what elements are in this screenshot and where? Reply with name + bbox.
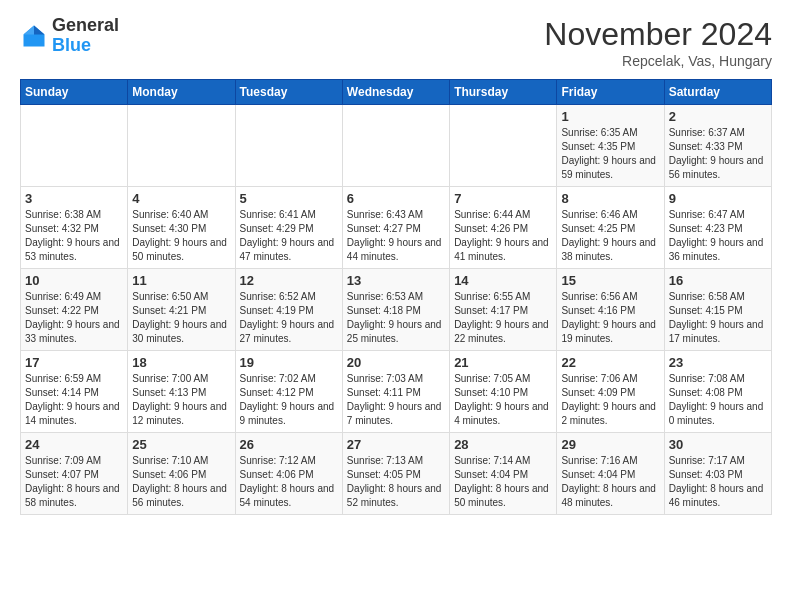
day-number: 23	[669, 355, 767, 370]
day-cell: 12Sunrise: 6:52 AM Sunset: 4:19 PM Dayli…	[235, 269, 342, 351]
day-info: Sunrise: 7:08 AM Sunset: 4:08 PM Dayligh…	[669, 372, 767, 428]
day-number: 2	[669, 109, 767, 124]
day-cell: 29Sunrise: 7:16 AM Sunset: 4:04 PM Dayli…	[557, 433, 664, 515]
day-cell: 6Sunrise: 6:43 AM Sunset: 4:27 PM Daylig…	[342, 187, 449, 269]
week-row-3: 10Sunrise: 6:49 AM Sunset: 4:22 PM Dayli…	[21, 269, 772, 351]
week-row-1: 1Sunrise: 6:35 AM Sunset: 4:35 PM Daylig…	[21, 105, 772, 187]
day-info: Sunrise: 6:35 AM Sunset: 4:35 PM Dayligh…	[561, 126, 659, 182]
logo-icon	[20, 22, 48, 50]
day-cell: 23Sunrise: 7:08 AM Sunset: 4:08 PM Dayli…	[664, 351, 771, 433]
logo: General Blue	[20, 16, 119, 56]
day-number: 17	[25, 355, 123, 370]
col-friday: Friday	[557, 80, 664, 105]
logo-text: General Blue	[52, 16, 119, 56]
day-number: 15	[561, 273, 659, 288]
col-saturday: Saturday	[664, 80, 771, 105]
day-number: 11	[132, 273, 230, 288]
day-number: 29	[561, 437, 659, 452]
day-info: Sunrise: 6:53 AM Sunset: 4:18 PM Dayligh…	[347, 290, 445, 346]
day-number: 25	[132, 437, 230, 452]
day-info: Sunrise: 7:17 AM Sunset: 4:03 PM Dayligh…	[669, 454, 767, 510]
day-number: 3	[25, 191, 123, 206]
day-cell: 27Sunrise: 7:13 AM Sunset: 4:05 PM Dayli…	[342, 433, 449, 515]
col-tuesday: Tuesday	[235, 80, 342, 105]
day-info: Sunrise: 6:46 AM Sunset: 4:25 PM Dayligh…	[561, 208, 659, 264]
day-number: 7	[454, 191, 552, 206]
day-cell: 4Sunrise: 6:40 AM Sunset: 4:30 PM Daylig…	[128, 187, 235, 269]
day-info: Sunrise: 6:49 AM Sunset: 4:22 PM Dayligh…	[25, 290, 123, 346]
day-cell: 25Sunrise: 7:10 AM Sunset: 4:06 PM Dayli…	[128, 433, 235, 515]
col-monday: Monday	[128, 80, 235, 105]
day-info: Sunrise: 6:52 AM Sunset: 4:19 PM Dayligh…	[240, 290, 338, 346]
month-title: November 2024	[544, 16, 772, 53]
day-number: 26	[240, 437, 338, 452]
week-row-5: 24Sunrise: 7:09 AM Sunset: 4:07 PM Dayli…	[21, 433, 772, 515]
day-info: Sunrise: 7:12 AM Sunset: 4:06 PM Dayligh…	[240, 454, 338, 510]
svg-marker-1	[34, 25, 45, 34]
day-cell: 1Sunrise: 6:35 AM Sunset: 4:35 PM Daylig…	[557, 105, 664, 187]
day-info: Sunrise: 6:56 AM Sunset: 4:16 PM Dayligh…	[561, 290, 659, 346]
location: Repcelak, Vas, Hungary	[544, 53, 772, 69]
day-cell: 19Sunrise: 7:02 AM Sunset: 4:12 PM Dayli…	[235, 351, 342, 433]
day-number: 1	[561, 109, 659, 124]
header: General Blue November 2024 Repcelak, Vas…	[20, 16, 772, 69]
day-info: Sunrise: 7:14 AM Sunset: 4:04 PM Dayligh…	[454, 454, 552, 510]
day-cell	[128, 105, 235, 187]
day-number: 22	[561, 355, 659, 370]
day-number: 21	[454, 355, 552, 370]
col-thursday: Thursday	[450, 80, 557, 105]
day-cell: 17Sunrise: 6:59 AM Sunset: 4:14 PM Dayli…	[21, 351, 128, 433]
day-number: 8	[561, 191, 659, 206]
day-cell	[21, 105, 128, 187]
day-cell: 20Sunrise: 7:03 AM Sunset: 4:11 PM Dayli…	[342, 351, 449, 433]
col-sunday: Sunday	[21, 80, 128, 105]
day-cell: 28Sunrise: 7:14 AM Sunset: 4:04 PM Dayli…	[450, 433, 557, 515]
day-info: Sunrise: 6:44 AM Sunset: 4:26 PM Dayligh…	[454, 208, 552, 264]
day-cell	[450, 105, 557, 187]
day-cell: 26Sunrise: 7:12 AM Sunset: 4:06 PM Dayli…	[235, 433, 342, 515]
day-info: Sunrise: 6:40 AM Sunset: 4:30 PM Dayligh…	[132, 208, 230, 264]
title-block: November 2024 Repcelak, Vas, Hungary	[544, 16, 772, 69]
day-cell	[342, 105, 449, 187]
day-number: 30	[669, 437, 767, 452]
day-cell: 30Sunrise: 7:17 AM Sunset: 4:03 PM Dayli…	[664, 433, 771, 515]
day-cell: 13Sunrise: 6:53 AM Sunset: 4:18 PM Dayli…	[342, 269, 449, 351]
page-container: General Blue November 2024 Repcelak, Vas…	[0, 0, 792, 525]
day-info: Sunrise: 7:13 AM Sunset: 4:05 PM Dayligh…	[347, 454, 445, 510]
day-number: 16	[669, 273, 767, 288]
day-info: Sunrise: 7:16 AM Sunset: 4:04 PM Dayligh…	[561, 454, 659, 510]
day-info: Sunrise: 6:38 AM Sunset: 4:32 PM Dayligh…	[25, 208, 123, 264]
day-cell	[235, 105, 342, 187]
logo-blue: Blue	[52, 35, 91, 55]
day-info: Sunrise: 6:43 AM Sunset: 4:27 PM Dayligh…	[347, 208, 445, 264]
day-cell: 7Sunrise: 6:44 AM Sunset: 4:26 PM Daylig…	[450, 187, 557, 269]
day-number: 18	[132, 355, 230, 370]
col-wednesday: Wednesday	[342, 80, 449, 105]
day-info: Sunrise: 7:02 AM Sunset: 4:12 PM Dayligh…	[240, 372, 338, 428]
calendar-header: Sunday Monday Tuesday Wednesday Thursday…	[21, 80, 772, 105]
day-cell: 16Sunrise: 6:58 AM Sunset: 4:15 PM Dayli…	[664, 269, 771, 351]
day-info: Sunrise: 6:47 AM Sunset: 4:23 PM Dayligh…	[669, 208, 767, 264]
day-info: Sunrise: 6:41 AM Sunset: 4:29 PM Dayligh…	[240, 208, 338, 264]
calendar-body: 1Sunrise: 6:35 AM Sunset: 4:35 PM Daylig…	[21, 105, 772, 515]
day-number: 27	[347, 437, 445, 452]
day-info: Sunrise: 6:37 AM Sunset: 4:33 PM Dayligh…	[669, 126, 767, 182]
day-info: Sunrise: 6:59 AM Sunset: 4:14 PM Dayligh…	[25, 372, 123, 428]
day-info: Sunrise: 7:10 AM Sunset: 4:06 PM Dayligh…	[132, 454, 230, 510]
day-info: Sunrise: 7:03 AM Sunset: 4:11 PM Dayligh…	[347, 372, 445, 428]
day-info: Sunrise: 6:55 AM Sunset: 4:17 PM Dayligh…	[454, 290, 552, 346]
day-cell: 8Sunrise: 6:46 AM Sunset: 4:25 PM Daylig…	[557, 187, 664, 269]
day-cell: 15Sunrise: 6:56 AM Sunset: 4:16 PM Dayli…	[557, 269, 664, 351]
logo-general: General	[52, 15, 119, 35]
day-cell: 22Sunrise: 7:06 AM Sunset: 4:09 PM Dayli…	[557, 351, 664, 433]
day-cell: 5Sunrise: 6:41 AM Sunset: 4:29 PM Daylig…	[235, 187, 342, 269]
day-number: 4	[132, 191, 230, 206]
day-number: 28	[454, 437, 552, 452]
day-number: 19	[240, 355, 338, 370]
day-info: Sunrise: 7:06 AM Sunset: 4:09 PM Dayligh…	[561, 372, 659, 428]
day-number: 20	[347, 355, 445, 370]
week-row-2: 3Sunrise: 6:38 AM Sunset: 4:32 PM Daylig…	[21, 187, 772, 269]
day-cell: 21Sunrise: 7:05 AM Sunset: 4:10 PM Dayli…	[450, 351, 557, 433]
day-number: 5	[240, 191, 338, 206]
day-number: 12	[240, 273, 338, 288]
